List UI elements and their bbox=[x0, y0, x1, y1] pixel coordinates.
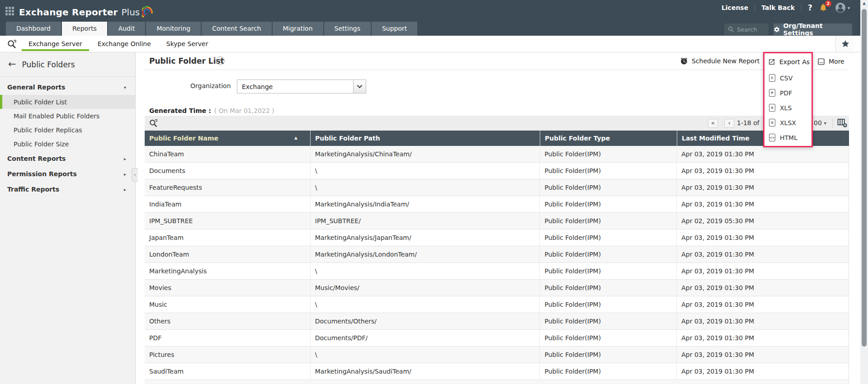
table-row: PDFDocuments/PDF/Public Folder(IPM)Apr 0… bbox=[145, 330, 849, 347]
table-row: IndiaTeamMarketingAnalysis/IndiaTeam/Pub… bbox=[145, 196, 849, 213]
table-cell: Public Folder(IPM) bbox=[540, 229, 677, 246]
export-option-xls[interactable]: XXLS bbox=[764, 100, 811, 115]
subnav-tab-exchange-server[interactable]: Exchange Server bbox=[21, 36, 90, 52]
apps-grid-icon[interactable] bbox=[5, 7, 14, 15]
schedule-new-report-button[interactable]: Schedule New Report bbox=[680, 56, 760, 66]
subnav: Exchange ServerExchange OnlineSkype Serv… bbox=[0, 36, 868, 52]
export-option-pdf[interactable]: PPDF bbox=[764, 85, 811, 100]
table-cell: Documents/Others/ bbox=[311, 313, 540, 329]
table-cell: Public Folder(IPM) bbox=[540, 163, 677, 179]
report-help-icon[interactable]: ? bbox=[216, 56, 225, 65]
subnav-tab-skype-server[interactable]: Skype Server bbox=[159, 36, 216, 52]
tab-content-search[interactable]: Content Search bbox=[202, 22, 271, 36]
pagination-prev-icon[interactable]: ‹ bbox=[724, 119, 734, 128]
table-cell: Documents/PDF/ bbox=[311, 330, 540, 346]
table-cell: Public Folder(IPM) bbox=[540, 363, 677, 379]
caret-right-icon: ▸ bbox=[124, 156, 126, 161]
more-button[interactable]: More bbox=[817, 57, 844, 66]
table-row: JapanTeamMarketingAnalysis/JapanTeam/Pub… bbox=[145, 229, 849, 246]
page-size-dropdown[interactable]: 00 ▾ bbox=[814, 119, 826, 126]
export-as-button[interactable]: Export As bbox=[764, 53, 811, 70]
add-column-icon[interactable] bbox=[837, 118, 848, 128]
sidebar-section-traffic-reports[interactable]: Traffic Reports▸ bbox=[0, 182, 135, 197]
table-cell: Public Folder(IPM) bbox=[540, 296, 677, 313]
export-option-label: PDF bbox=[780, 89, 792, 97]
sort-asc-icon: ▲ bbox=[294, 136, 297, 140]
export-option-label: XLS bbox=[780, 104, 792, 112]
export-option-csv[interactable]: CCSV bbox=[764, 70, 811, 85]
column-header-public-folder-path[interactable]: Public Folder Path bbox=[311, 131, 540, 146]
table-cell: Apr 03, 2019 01:30 PM bbox=[677, 347, 849, 363]
topbar: Exchange Reporter Plus License Talk Back… bbox=[0, 0, 868, 22]
sidebar-item-public-folder-list[interactable]: Public Folder List bbox=[0, 95, 135, 109]
gear-icon bbox=[774, 26, 780, 33]
back-arrow-icon[interactable]: ← bbox=[8, 60, 16, 69]
table-row: Documents\Public Folder(IPM)Apr 03, 2019… bbox=[145, 163, 849, 179]
table-row: SaudiTeamMarketingAnalysis/SaudiTeam/Pub… bbox=[145, 363, 849, 380]
section-label: Permission Reports bbox=[7, 170, 77, 178]
license-link[interactable]: License bbox=[722, 4, 748, 11]
table-cell: Apr 03, 2019 01:30 PM bbox=[677, 263, 849, 279]
sidebar-section-general-reports[interactable]: General Reports▾ bbox=[0, 80, 135, 95]
sidebar-item-public-folder-replicas[interactable]: Public Folder Replicas bbox=[0, 123, 135, 137]
export-option-xlsx[interactable]: XXLSX bbox=[764, 115, 811, 130]
html-file-icon: <> bbox=[769, 134, 775, 141]
more-label: More bbox=[829, 58, 844, 65]
tab-dashboard[interactable]: Dashboard bbox=[6, 22, 61, 36]
report-search-icon[interactable] bbox=[7, 39, 17, 49]
column-header-label: Last Modified Time bbox=[682, 135, 750, 142]
subnav-tab-exchange-online[interactable]: Exchange Online bbox=[90, 36, 159, 52]
search-input[interactable] bbox=[737, 26, 764, 33]
table-cell: Music bbox=[145, 296, 311, 313]
sidebar-sections: General Reports▾Public Folder ListMail E… bbox=[0, 77, 135, 197]
help-icon[interactable]: ? bbox=[808, 3, 812, 12]
table-cell: \ bbox=[311, 263, 540, 279]
org-tenant-settings-button[interactable]: Org/Tenant Settings bbox=[774, 23, 852, 35]
table-cell: Apr 03, 2019 01:30 PM bbox=[677, 246, 849, 262]
pagination-first-icon[interactable]: « bbox=[708, 119, 718, 128]
xlsx-file-icon: X bbox=[769, 119, 775, 126]
scroll-up-icon[interactable]: ▲ bbox=[860, 1, 868, 5]
notifications-bell-icon[interactable]: 2 bbox=[819, 3, 829, 13]
chevron-down-icon: ▾ bbox=[824, 121, 826, 126]
talkback-link[interactable]: Talk Back bbox=[761, 4, 795, 11]
star-icon bbox=[841, 39, 850, 48]
sidebar-item-mail-enabled-public-folders[interactable]: Mail Enabled Public Folders bbox=[0, 109, 135, 123]
tab-settings[interactable]: Settings bbox=[324, 22, 371, 36]
user-menu[interactable]: ▾ bbox=[835, 2, 850, 13]
grid-body: ChinaTeamMarketingAnalysis/ChinaTeam/Pub… bbox=[145, 146, 849, 384]
column-header-public-folder-name[interactable]: Public Folder Name▲ bbox=[145, 131, 311, 146]
table-cell: Documents bbox=[145, 163, 311, 179]
table-cell: Apr 02, 2019 05:30 PM bbox=[677, 213, 849, 229]
table-cell: Public Folder(IPM) bbox=[540, 179, 677, 196]
column-header-public-folder-type[interactable]: Public Folder Type bbox=[540, 131, 677, 146]
sidebar-item-public-folder-size[interactable]: Public Folder Size bbox=[0, 137, 135, 151]
schedule-label: Schedule New Report bbox=[692, 57, 760, 65]
table-row: MoviesMusic/Movies/Public Folder(IPM)Apr… bbox=[145, 280, 849, 296]
table-cell: IPM_SUBTREE bbox=[145, 213, 311, 229]
sidebar-collapse-handle[interactable]: ‹ bbox=[132, 168, 138, 182]
export-option-label: HTML bbox=[780, 134, 797, 141]
table-cell: IPM_SUBTREE/ bbox=[311, 213, 540, 229]
tab-support[interactable]: Support bbox=[372, 22, 417, 36]
scrollbar-thumb[interactable] bbox=[862, 9, 867, 347]
table-cell: ChinaTeam bbox=[145, 146, 311, 162]
sidebar-section-content-reports[interactable]: Content Reports▸ bbox=[0, 151, 135, 166]
export-menu: Export As CCSVPPDFXXLSXXLSX<>HTML bbox=[763, 52, 813, 147]
table-cell: Apr 03, 2019 01:30 PM bbox=[677, 330, 849, 346]
sidebar-section-permission-reports[interactable]: Permission Reports▸ bbox=[0, 166, 135, 182]
page-title: Public Folder List bbox=[149, 56, 224, 66]
tab-audit[interactable]: Audit bbox=[108, 22, 146, 36]
tab-monitoring[interactable]: Monitoring bbox=[146, 22, 201, 36]
table-cell: Apr 03, 2019 01:30 PM bbox=[677, 313, 849, 329]
table-search-icon[interactable] bbox=[149, 118, 158, 128]
export-option-html[interactable]: <>HTML bbox=[764, 130, 811, 145]
xls-file-icon: X bbox=[769, 104, 775, 112]
page-size-value: 00 bbox=[814, 119, 822, 126]
favorite-report-button[interactable] bbox=[835, 36, 854, 52]
organization-select[interactable]: Exchange bbox=[237, 80, 366, 94]
tab-reports[interactable]: Reports bbox=[62, 22, 107, 36]
table-cell: Pictures bbox=[145, 347, 311, 363]
tab-migration[interactable]: Migration bbox=[273, 22, 323, 36]
global-search[interactable] bbox=[724, 23, 769, 35]
